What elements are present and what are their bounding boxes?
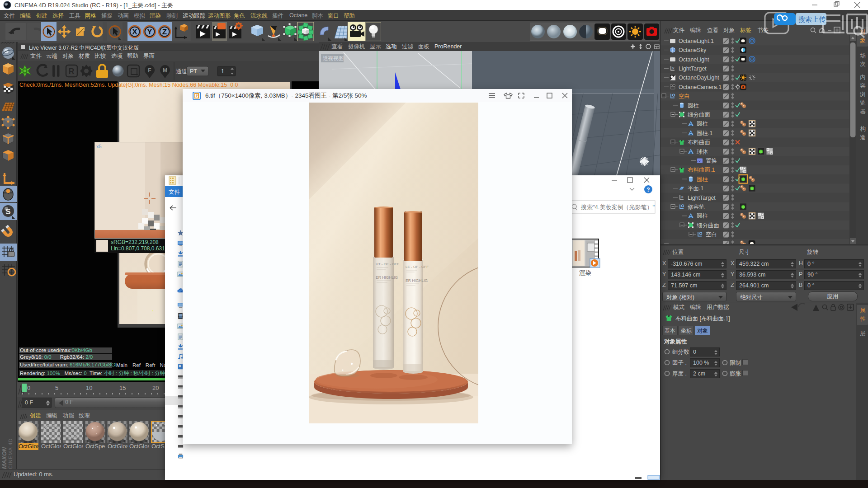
svg-text:查看: 查看 <box>331 43 343 50</box>
svg-text:5: 5 <box>55 385 58 391</box>
svg-text:选项: 选项 <box>386 43 397 50</box>
svg-text:PT: PT <box>190 68 197 75</box>
svg-text:OctaneLight.1: OctaneLight.1 <box>679 38 714 44</box>
svg-text:空白: 空白 <box>679 93 690 99</box>
svg-text:文件: 文件 <box>169 189 180 195</box>
svg-text:ProRender: ProRender <box>434 43 462 50</box>
svg-text:OctaneCamera.1: OctaneCamera.1 <box>679 84 722 90</box>
svg-text:LightTarget: LightTarget <box>679 66 707 72</box>
svg-text:置换: 置换 <box>706 158 717 164</box>
svg-text:圆柱: 圆柱 <box>697 176 708 183</box>
svg-text:布料曲面: 布料曲面 <box>688 139 710 145</box>
svg-text:修容笔: 修容笔 <box>688 204 705 210</box>
svg-text:OctaneLight: OctaneLight <box>679 56 709 63</box>
svg-text:R: R <box>69 67 75 76</box>
svg-text:ER HIGHLIG: ER HIGHLIG <box>376 275 398 280</box>
svg-text:平面.1: 平面.1 <box>688 185 703 192</box>
svg-text:球体: 球体 <box>697 149 708 155</box>
svg-text:透视视图: 透视视图 <box>323 56 344 61</box>
svg-text:LightTarget: LightTarget <box>688 195 716 201</box>
svg-text:OctaneDayLight: OctaneDayLight <box>679 75 719 81</box>
svg-text:M: M <box>163 67 167 74</box>
svg-text:细分曲面: 细分曲面 <box>697 222 719 229</box>
svg-text:LE - OF - OFF: LE - OF - OFF <box>406 265 429 269</box>
svg-text:OctaneSky: OctaneSky <box>679 47 707 53</box>
svg-text:摄像机: 摄像机 <box>348 43 365 50</box>
svg-text:细分曲面: 细分曲面 <box>688 112 710 118</box>
svg-text:10: 10 <box>86 385 92 391</box>
svg-text:?: ? <box>646 187 650 193</box>
svg-text:过滤: 过滤 <box>402 43 414 50</box>
svg-text:圆柱: 圆柱 <box>697 213 708 219</box>
svg-text:搜索"4.美妆案例（光影笔）": 搜索"4.美妆案例（光影笔）" <box>580 204 655 211</box>
svg-text:渲染: 渲染 <box>579 269 591 276</box>
svg-text:面板: 面板 <box>418 43 429 50</box>
svg-text:F: F <box>148 67 151 74</box>
svg-text:圆柱: 圆柱 <box>688 103 699 109</box>
svg-text:UT - OF - OFF: UT - OF - OFF <box>376 262 399 266</box>
svg-text:圆柱: 圆柱 <box>697 121 708 127</box>
svg-text:1: 1 <box>221 68 224 75</box>
svg-text:ER HIGHLIG: ER HIGHLIG <box>406 278 428 283</box>
svg-text:S: S <box>5 207 10 216</box>
svg-text:15: 15 <box>119 385 126 391</box>
svg-text:0: 0 <box>27 385 30 391</box>
svg-text:布料曲面.1: 布料曲面.1 <box>688 167 715 173</box>
svg-text:显示: 显示 <box>370 43 382 50</box>
svg-text:搜索上传: 搜索上传 <box>798 15 826 23</box>
svg-text:Z: Z <box>162 28 167 36</box>
svg-text:20: 20 <box>152 385 159 391</box>
svg-text:空白: 空白 <box>706 231 717 238</box>
svg-text:X: X <box>132 28 137 36</box>
svg-text:圆柱.1: 圆柱.1 <box>697 130 712 136</box>
svg-text:Y: Y <box>147 28 152 36</box>
